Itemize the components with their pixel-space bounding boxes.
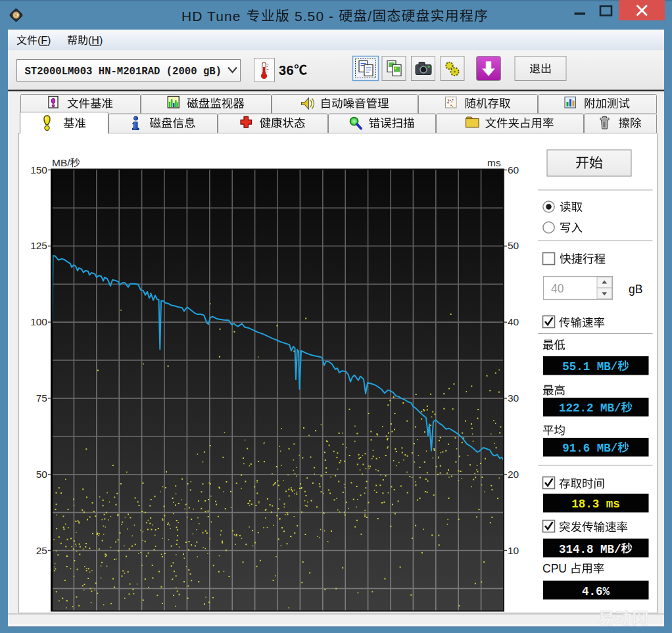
svg-text:20: 20: [508, 469, 519, 480]
svg-text:125: 125: [30, 240, 47, 251]
svg-text:55.1 MB/: 55.1 MB/: [562, 360, 617, 373]
svg-text:50: 50: [508, 240, 519, 251]
svg-text:HD Tune: HD Tune: [181, 9, 246, 24]
svg-text:CPU: CPU: [542, 562, 570, 575]
svg-text:36: 36: [279, 63, 294, 78]
svg-text:5.50 -: 5.50 -: [290, 9, 339, 24]
svg-text:4.6%: 4.6%: [582, 585, 610, 598]
svg-text:60: 60: [508, 164, 519, 176]
svg-text:30: 30: [508, 392, 519, 404]
svg-text:50: 50: [36, 469, 48, 480]
svg-text:ST2000LM003 HN-M201RAD (2000 g: ST2000LM003 HN-M201RAD (2000 gB): [25, 66, 222, 78]
svg-text:122.2 MB/: 122.2 MB/: [559, 402, 621, 415]
svg-text:18.3 ms: 18.3 ms: [571, 498, 620, 511]
svg-text:(F): (F): [37, 35, 51, 46]
svg-text:100: 100: [30, 316, 47, 327]
svg-text:(H): (H): [88, 35, 103, 46]
svg-text:25: 25: [36, 545, 47, 556]
svg-text:40: 40: [508, 316, 519, 327]
svg-text:75: 75: [36, 392, 47, 404]
svg-text:10: 10: [508, 545, 519, 556]
svg-text:/: /: [368, 9, 372, 24]
svg-text:gB: gB: [629, 283, 642, 296]
svg-text:314.8 MB/: 314.8 MB/: [559, 543, 621, 556]
svg-text:40: 40: [551, 282, 564, 295]
svg-text:MB/: MB/: [52, 157, 70, 168]
svg-text:91.6 MB/: 91.6 MB/: [562, 442, 617, 455]
svg-text:ms: ms: [487, 157, 501, 168]
svg-text:150: 150: [30, 164, 47, 176]
